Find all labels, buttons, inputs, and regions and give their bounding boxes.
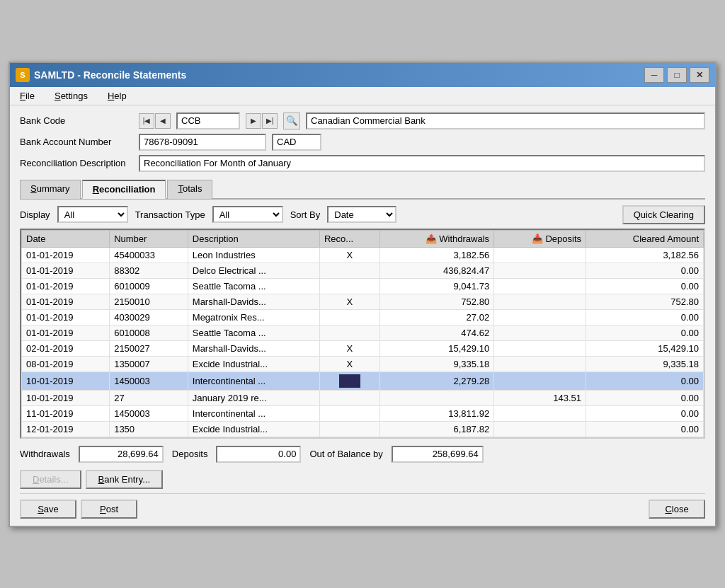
col-cleared-amount: Cleared Amount [586,230,704,247]
cell-date: 01-01-2019 [22,263,110,278]
minimize-button[interactable]: ─ [644,67,664,83]
cell-date: 12-01-2019 [22,421,110,437]
cell-description: Marshall-Davids... [188,340,319,356]
cell-date: 10-01-2019 [22,390,110,405]
cell-description: January 2019 re... [188,390,319,405]
cell-description: Leon Industries [188,247,319,263]
cell-withdrawals: 15,429.10 [379,340,494,356]
cell-reco: X [319,340,379,356]
cell-description: Marshall-Davids... [188,294,319,309]
bank-account-input[interactable] [139,134,266,151]
table-row[interactable]: 01-01-2019 88302 Delco Electrical ... 43… [22,263,704,278]
cell-date: 01-01-2019 [22,294,110,309]
cell-number: 4030029 [110,309,188,325]
maximize-button[interactable]: □ [667,67,687,83]
save-button[interactable]: Save [20,500,76,519]
table-row[interactable]: 10-01-2019 27 January 2019 re... 143.51 … [22,390,704,405]
cell-description: Megatronix Res... [188,309,319,325]
bank-code-label: Bank Code [20,115,133,126]
table-row[interactable]: 10-01-2019 1450003 Intercontinental ... … [22,371,704,390]
bank-nav-controls: |◀ ◀ [139,113,171,129]
bank-search-button[interactable]: 🔍 [283,113,300,129]
main-window: S SAMLTD - Reconcile Statements ─ □ ✕ Fi… [8,62,717,527]
cell-withdrawals: 9,335.18 [379,356,494,371]
toolbar-row: Display All Cleared Uncleared Transactio… [20,205,705,224]
cell-deposits [494,405,586,421]
tab-totals[interactable]: Totals [167,180,212,199]
reconciliation-desc-row: Reconciliation Description [20,155,705,172]
bank-nav-controls-right: ▶ ▶| [246,113,278,129]
details-button[interactable]: Details... [20,470,81,489]
sort-by-combo[interactable]: Date Number Amount Description [327,206,396,223]
table-row[interactable]: 01-01-2019 6010009 Seattle Tacoma ... 9,… [22,278,704,294]
app-icon: S [16,68,30,82]
table-row[interactable]: 11-01-2019 1450003 Intercontinental ... … [22,405,704,421]
transaction-type-combo[interactable]: All Checks Deposits Other [212,206,283,223]
table-row[interactable]: 01-01-2019 4030029 Megatronix Res... 27.… [22,309,704,325]
nav-next-button[interactable]: ▶ [246,113,261,129]
transaction-type-label: Transaction Type [135,209,205,220]
cell-cleared-amount: 0.00 [586,421,704,437]
cell-deposits [494,340,586,356]
menu-settings[interactable]: Settings [50,89,92,103]
bank-code-input[interactable] [176,113,240,129]
col-number: Number [110,230,188,247]
tab-reconciliation[interactable]: Reconciliation [82,180,166,199]
table-row[interactable]: 01-01-2019 6010008 Seattle Tacoma ... 47… [22,325,704,340]
tab-summary[interactable]: Summary [20,180,81,199]
cell-reco [319,390,379,405]
cell-deposits [494,263,586,278]
display-combo[interactable]: All Cleared Uncleared [57,206,128,223]
bank-account-row: Bank Account Number [20,134,705,151]
menu-bar: File Settings Help [10,87,715,105]
table-row[interactable]: 02-01-2019 2150027 Marshall-Davids... X … [22,340,704,356]
cell-reco: X [319,356,379,371]
cell-cleared-amount: 0.00 [586,325,704,340]
cell-deposits [494,356,586,371]
cell-reco [319,325,379,340]
table-row[interactable]: 01-01-2019 2150010 Marshall-Davids... X … [22,294,704,309]
footer-buttons-row: Save Post Close [20,493,705,519]
table-row[interactable]: 01-01-2019 45400033 Leon Industries X 3,… [22,247,704,263]
quick-clearing-button[interactable]: Quick Clearing [622,205,705,224]
deposits-summary-input [216,446,301,463]
cell-reco [319,263,379,278]
window-close-button[interactable]: ✕ [690,67,709,83]
cell-withdrawals: 752.80 [379,294,494,309]
cell-cleared-amount: 0.00 [586,371,704,390]
cell-number: 6010008 [110,325,188,340]
nav-first-button[interactable]: |◀ [139,113,154,129]
close-button[interactable]: Close [649,500,705,519]
cell-withdrawals: 27.02 [379,309,494,325]
window-controls: ─ □ ✕ [644,67,709,83]
cell-deposits [494,294,586,309]
table-row[interactable]: 12-01-2019 1350 Excide Industrial... 6,1… [22,421,704,437]
withdrawals-out-icon: 📤 [426,234,437,244]
cell-date: 11-01-2019 [22,405,110,421]
cell-date: 01-01-2019 [22,278,110,294]
out-of-balance-input [392,446,484,463]
app-icon-text: S [20,71,25,79]
bank-entry-button[interactable]: Bank Entry... [86,470,163,489]
cell-description: Delco Electrical ... [188,263,319,278]
cell-reco [319,278,379,294]
transactions-table: Date Number Description Reco... 📤 Withdr… [21,230,704,437]
deposits-in-icon: 📥 [532,234,543,244]
nav-last-button[interactable]: ▶| [262,113,278,129]
cell-cleared-amount: 752.80 [586,294,704,309]
menu-help[interactable]: Help [103,89,131,103]
reconciliation-desc-input[interactable] [139,155,705,172]
cell-deposits [494,421,586,437]
withdrawals-summary-label: Withdrawals [20,449,70,459]
nav-prev-button[interactable]: ◀ [155,113,171,129]
currency-input[interactable] [272,134,321,151]
bank-name-input[interactable] [306,113,705,129]
cell-number: 27 [110,390,188,405]
deposits-summary-label: Deposits [172,449,208,459]
menu-file[interactable]: File [16,89,39,103]
cell-reco: X [319,247,379,263]
post-button[interactable]: Post [81,500,137,519]
table-row[interactable]: 08-01-2019 1350007 Excide Industrial... … [22,356,704,371]
col-withdrawals: 📤 Withdrawals [379,230,494,247]
cell-number: 1450003 [110,405,188,421]
